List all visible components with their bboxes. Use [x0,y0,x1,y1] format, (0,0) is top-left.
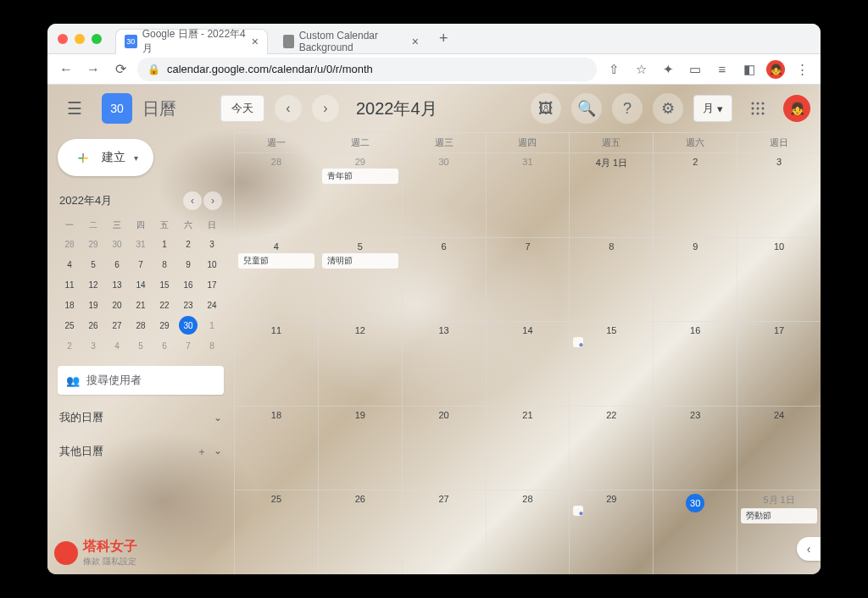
event-chip[interactable]: 勞動節 [741,508,817,523]
mini-day[interactable]: 3 [84,336,103,355]
mini-day[interactable]: 8 [155,255,174,274]
mini-day[interactable]: 10 [203,255,221,274]
mini-next-button[interactable]: › [203,191,222,210]
day-cell[interactable]: 25 [234,490,318,574]
address-bar[interactable]: 🔒 calendar.google.com/calendar/u/0/r/mon… [137,58,597,81]
day-cell[interactable]: 9 [653,237,737,322]
side-panel-toggle[interactable]: ‹ [797,537,821,561]
day-cell[interactable]: 15下午7:30 [塔科 SE [569,321,653,406]
mini-day[interactable]: 29 [155,316,174,335]
mini-day[interactable]: 4 [60,255,79,274]
mini-day[interactable]: 29 [84,235,103,253]
day-cell[interactable]: 5清明節 [318,237,402,322]
mini-day[interactable]: 30 [179,316,198,335]
mini-day[interactable]: 16 [179,275,198,294]
day-cell[interactable]: 27 [402,490,486,574]
bookmark-icon[interactable]: ☆ [631,59,651,80]
mini-day[interactable]: 28 [60,235,79,253]
day-cell[interactable]: 6 [402,237,486,322]
mini-day[interactable]: 6 [108,255,126,274]
event-chip[interactable]: 下午7:30 [塔科 SE [573,337,583,347]
mini-day[interactable]: 7 [131,255,150,274]
day-cell[interactable]: 23 [653,406,737,490]
mini-day[interactable]: 17 [203,275,221,294]
reading-list-icon[interactable]: ≡ [712,59,732,80]
close-icon[interactable]: × [412,35,419,48]
mini-day[interactable]: 26 [84,316,103,335]
event-chip[interactable]: 青年節 [322,169,398,184]
mini-day[interactable]: 24 [203,296,221,314]
day-cell[interactable]: 13 [402,321,486,406]
help-icon[interactable]: ? [612,93,643,124]
reload-button[interactable]: ⟳ [110,59,131,80]
profile-avatar[interactable]: 👧 [766,60,785,79]
day-cell[interactable]: 7 [486,237,570,322]
mini-day[interactable]: 19 [84,296,103,314]
day-cell[interactable]: 30 [402,152,486,237]
mini-day[interactable]: 25 [60,316,79,335]
day-cell[interactable]: 17 [737,321,821,406]
day-cell[interactable]: 24 [737,406,821,490]
day-cell[interactable]: 11 [234,321,318,406]
day-cell[interactable]: 16 [653,321,737,406]
day-cell[interactable]: 29青年節 [318,152,402,237]
day-cell[interactable]: 28 [234,152,318,237]
window-maximize[interactable] [92,34,102,44]
day-cell[interactable]: 5月 1日勞動節 [737,490,821,574]
event-chip[interactable]: 上午10點 iPad Air [573,506,583,516]
day-cell[interactable]: 4月 1日 [569,152,653,237]
day-cell[interactable]: 10 [737,237,821,322]
mini-day[interactable]: 27 [108,316,126,335]
day-cell[interactable]: 18 [234,406,318,490]
day-cell[interactable]: 2 [653,152,737,237]
mini-day[interactable]: 4 [108,336,126,355]
day-cell[interactable]: 31 [486,152,570,237]
day-cell[interactable]: 26 [318,490,402,574]
background-icon[interactable]: 🖼 [531,93,561,124]
mini-day[interactable]: 11 [60,275,79,294]
menu-icon[interactable]: ⋮ [792,59,812,80]
forward-button[interactable]: → [83,59,103,80]
main-menu-button[interactable]: ☰ [58,91,92,125]
day-cell[interactable]: 12 [318,321,402,406]
next-month-button[interactable]: › [312,95,339,122]
sidepanel-icon[interactable]: ◧ [739,59,760,80]
mini-day[interactable]: 2 [179,235,198,253]
mini-day[interactable]: 18 [60,296,79,314]
close-icon[interactable]: × [252,35,259,48]
cast-icon[interactable]: ▭ [685,59,705,80]
account-avatar[interactable]: 👧 [783,95,810,122]
back-button[interactable]: ← [56,59,76,80]
day-cell[interactable]: 8 [569,237,653,322]
settings-icon[interactable]: ⚙ [653,93,683,124]
mini-day[interactable]: 1 [203,316,221,335]
event-chip[interactable]: 兒童節 [238,253,314,269]
window-minimize[interactable] [75,34,85,44]
browser-tab-active[interactable]: 30 Google 日曆 - 2022年4月 × [115,29,268,54]
my-calendars-section[interactable]: 我的日曆 ⌄ [58,407,224,429]
mini-day[interactable]: 30 [108,235,126,253]
mini-day[interactable]: 20 [108,296,126,314]
extensions-icon[interactable]: ✦ [658,59,678,80]
window-close[interactable] [58,34,68,44]
search-icon[interactable]: 🔍 [571,93,602,124]
day-cell[interactable]: 20 [402,406,486,490]
browser-tab[interactable]: Custom Calendar Background × [275,29,427,54]
other-calendars-section[interactable]: 其他日曆 ＋ ⌄ [58,440,224,462]
day-cell[interactable]: 4兒童節 [234,237,318,322]
view-selector[interactable]: 月 ▾ [693,95,732,122]
google-apps-icon[interactable] [743,93,773,124]
mini-day[interactable]: 21 [131,296,150,314]
event-chip[interactable]: 清明節 [322,253,398,269]
add-icon[interactable]: ＋ [197,445,207,459]
mini-day[interactable]: 23 [179,296,198,314]
day-cell[interactable]: 30 [653,490,737,574]
today-button[interactable]: 今天 [220,95,264,122]
mini-day[interactable]: 5 [84,255,103,274]
mini-day[interactable]: 13 [108,275,126,294]
mini-day[interactable]: 7 [179,336,198,355]
mini-day[interactable]: 15 [155,275,174,294]
new-tab-button[interactable]: + [434,30,453,47]
mini-day[interactable]: 9 [179,255,198,274]
prev-month-button[interactable]: ‹ [275,95,302,122]
